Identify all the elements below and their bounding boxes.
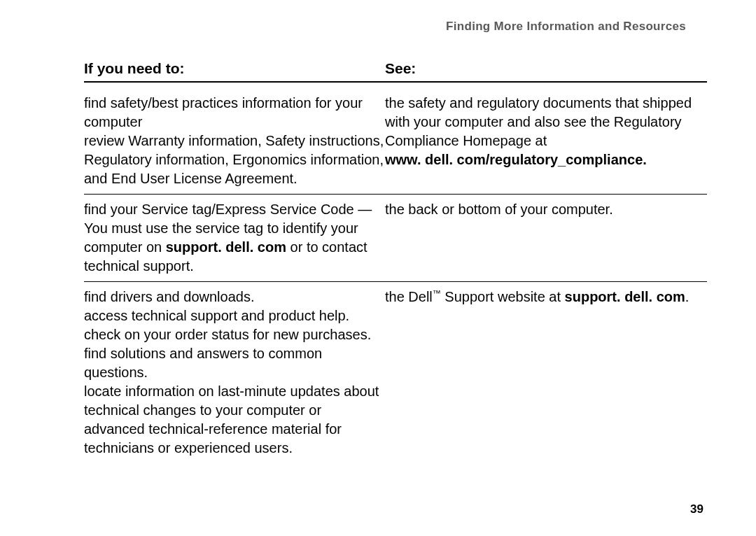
row3-left-text2: access technical support and product hel… <box>84 308 349 323</box>
row3-left-text3: check on your order status for new purch… <box>84 327 371 342</box>
trademark-icon: ™ <box>433 288 441 298</box>
row3-right-bold: support. dell. com <box>565 289 685 304</box>
row3-right-text-c: . <box>685 289 690 304</box>
row2-right-cell: the back or bottom of your computer. <box>385 200 707 276</box>
row1-right-cell: the safety and regulatory documents that… <box>385 94 707 188</box>
row1-left-text1: find safety/best practices information f… <box>84 95 363 129</box>
row1-left-cell: find safety/best practices information f… <box>84 94 385 188</box>
row3-left-text5: locate information on last-minute update… <box>84 383 379 456</box>
table-row: find drivers and downloads. access techn… <box>84 282 707 463</box>
page-section-title: Finding More Information and Resources <box>84 20 707 34</box>
row1-right-text1: the safety and regulatory documents that… <box>385 95 692 148</box>
row3-right-text-b: Support website at <box>441 289 565 304</box>
table-header-row: If you need to: See: <box>84 60 707 83</box>
row3-left-cell: find drivers and downloads. access techn… <box>84 288 385 458</box>
info-table: If you need to: See: find safety/best pr… <box>84 60 707 463</box>
column-header-left: If you need to: <box>84 60 385 77</box>
table-row: find your Service tag/Express Service Co… <box>84 195 707 282</box>
row3-right-cell: the Dell™ Support website at support. de… <box>385 288 707 458</box>
row1-right-bold: www. dell. com/regulatory_compliance. <box>385 152 647 167</box>
page-number: 39 <box>690 502 704 516</box>
row2-left-bold: support. dell. com <box>166 239 286 255</box>
row2-left-cell: find your Service tag/Express Service Co… <box>84 200 385 276</box>
row3-left-text1: find drivers and downloads. <box>84 289 254 304</box>
row2-right-text: the back or bottom of your computer. <box>385 202 613 217</box>
column-header-right: See: <box>385 60 707 77</box>
row3-left-text4: find solutions and answers to common que… <box>84 346 322 380</box>
row1-left-text2: review Warranty information, Safety inst… <box>84 133 384 186</box>
table-row: find safety/best practices information f… <box>84 88 707 195</box>
row3-right-text-a: the Dell <box>385 289 433 304</box>
